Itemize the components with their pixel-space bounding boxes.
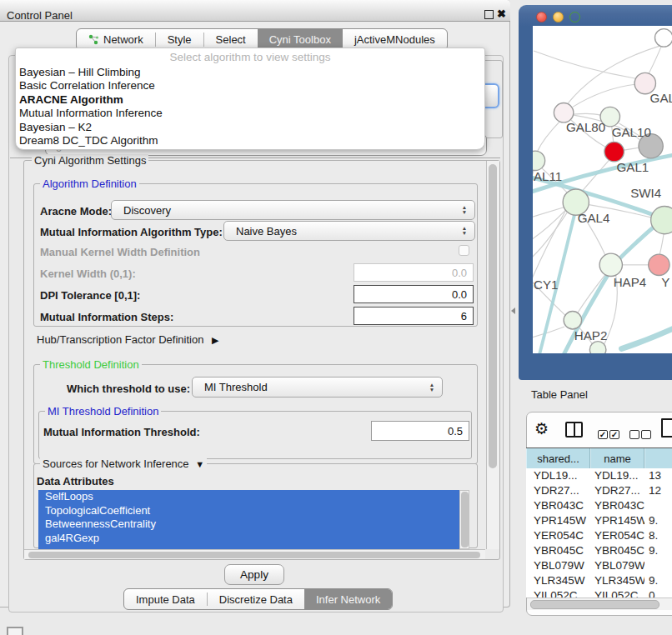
network-node-gal11[interactable]: [533, 151, 545, 170]
table-cell: YDL19...: [526, 468, 590, 483]
tab-label: Infer Network: [316, 593, 380, 606]
network-edge: [538, 122, 559, 151]
manual-kernel-width-label: Manual Kernel Width Definition: [40, 246, 200, 258]
gear-icon[interactable]: ⚙: [534, 419, 549, 438]
table-cell: YBR043C: [590, 498, 644, 513]
network-node-gal1[interactable]: [604, 142, 624, 161]
sources-title-row[interactable]: Sources for Network Inference ▼: [40, 458, 207, 470]
table-cell: 8.: [644, 528, 672, 543]
column-header-hidden[interactable]: [644, 448, 672, 469]
column-header-name[interactable]: name: [590, 448, 644, 469]
table-row[interactable]: YBR045CYBR045C9.: [526, 543, 672, 558]
network-node-hap4[interactable]: [599, 253, 622, 276]
dpi-tolerance-field[interactable]: 0.0: [354, 285, 474, 303]
table-cell: 9.: [644, 513, 672, 528]
algorithm-option[interactable]: Bayesian – Hill Climbing: [19, 66, 481, 79]
manual-kernel-width-checkbox[interactable]: [459, 245, 469, 256]
algorithm-definition-title: Algorithm Definition: [40, 178, 139, 190]
dpi-tolerance-label: DPI Tolerance [0,1]:: [40, 289, 140, 302]
mi-threshold-field[interactable]: 0.5: [371, 421, 469, 441]
select-all-checkbox-icon[interactable]: ✓: [598, 430, 608, 439]
combo-spinner-icon: ▲▼: [426, 382, 438, 392]
data-attribute-item[interactable]: SelfLoops: [38, 490, 459, 504]
mi-steps-field[interactable]: 6: [354, 307, 474, 325]
tab-label: Impute Data: [136, 593, 195, 606]
network-node[interactable]: [654, 29, 672, 47]
hub-definition-section[interactable]: Hub/Transcription Factor Definition ▶: [37, 333, 218, 346]
control-panel-titlebar[interactable]: [0, 0, 510, 22]
tab-label: Network: [103, 33, 143, 46]
mi-threshold-group-title: MI Threshold Definition: [45, 405, 161, 418]
algorithm-option[interactable]: Dream8 DC_TDC Algorithm: [19, 134, 481, 148]
hub-definition-label: Hub/Transcription Factor Definition: [37, 333, 203, 346]
float-window-icon[interactable]: [484, 10, 494, 19]
column-header-shared...[interactable]: shared...: [526, 448, 590, 469]
network-node-label: GAL80: [566, 120, 605, 134]
screen: Control Panel ✖ NetworkStyleSelectCyni T…: [0, 0, 672, 635]
deselect-all-checkbox-icon[interactable]: [641, 430, 651, 439]
data-attribute-item[interactable]: TopologicalCoefficient: [38, 504, 459, 518]
table-cell: [644, 558, 672, 573]
data-attribute-item[interactable]: BetweennessCentrality: [38, 518, 459, 532]
sources-title: Sources for Network Inference: [43, 458, 189, 470]
table-row[interactable]: YPR145WYPR145W9.: [526, 513, 672, 528]
data-attribute-item[interactable]: gal4RGexp: [38, 532, 459, 546]
table-row[interactable]: YER054CYER054C8.: [526, 528, 672, 543]
network-edge: [533, 327, 564, 341]
table-row[interactable]: YDL19...YDL19...13: [526, 468, 672, 483]
table-cell: [644, 498, 672, 513]
table-cell: YBL079W: [590, 558, 644, 573]
aracne-mode-combo[interactable]: Discovery ▲▼: [111, 200, 475, 220]
network-canvas[interactable]: GALGAL80GAL10GAL1GAL11SWI4GAL4GCY1HAP4YH…: [533, 26, 672, 353]
window-close-traffic-icon[interactable]: [536, 12, 547, 22]
document-icon[interactable]: [661, 418, 672, 438]
close-icon[interactable]: ✖: [497, 8, 506, 20]
network-node-hap2[interactable]: [564, 312, 581, 329]
which-threshold-combo[interactable]: MI Threshold ▲▼: [192, 377, 443, 398]
table-cell: YBR045C: [590, 543, 644, 558]
table-cell: YER054C: [590, 528, 644, 543]
table-horizontal-scroll-thumb[interactable]: [530, 600, 659, 609]
network-node[interactable]: [589, 342, 606, 353]
table-cell: YBL079W: [526, 558, 590, 573]
algorithm-option[interactable]: ARACNE Algorithm: [19, 93, 481, 107]
network-node-label: GAL: [650, 91, 672, 105]
network-node-swi4[interactable]: [651, 207, 672, 234]
settings-vertical-scroll-thumb[interactable]: [489, 164, 497, 468]
table-cell: YPR145W: [526, 513, 590, 528]
window-minimize-traffic-icon[interactable]: [553, 12, 564, 22]
network-node-label: SWI4: [630, 186, 661, 200]
algorithm-option[interactable]: Mutual Information Inference: [19, 107, 481, 120]
network-node-y[interactable]: [649, 254, 669, 275]
network-node-label: HAP4: [614, 275, 647, 289]
window-zoom-traffic-icon[interactable]: [569, 12, 580, 22]
tab-infer-network[interactable]: Infer Network: [304, 589, 392, 609]
settings-horizontal-scroll-thumb[interactable]: [28, 552, 480, 558]
apply-button[interactable]: Apply: [224, 564, 284, 585]
table-row[interactable]: YBR043CYBR043C: [526, 498, 672, 513]
tab-discretize-data[interactable]: Discretize Data: [208, 589, 304, 609]
network-edge: [659, 232, 664, 254]
kernel-width-field[interactable]: 0.0: [354, 263, 474, 282]
algorithm-option[interactable]: Basic Correlation Inference: [19, 79, 481, 92]
algorithm-dropdown-items: Bayesian – Hill ClimbingBasic Correlatio…: [19, 66, 481, 148]
which-threshold-value: MI Threshold: [193, 381, 426, 393]
kernel-width-label: Kernel Width (0,1):: [40, 268, 136, 280]
table-row[interactable]: YLR345WYLR345W9.: [526, 573, 672, 588]
mi-algorithm-type-combo[interactable]: Naive Bayes ▲▼: [223, 221, 475, 241]
tab-impute-data[interactable]: Impute Data: [124, 589, 207, 609]
tab-label: jActiveMNodules: [354, 33, 435, 46]
network-edge: [574, 113, 600, 115]
select-all-checkbox-icon[interactable]: ✓: [609, 430, 619, 439]
minimized-panel-icon[interactable]: [7, 627, 23, 635]
algorithm-option[interactable]: Bayesian – K2: [19, 121, 481, 134]
table-row[interactable]: YBL079WYBL079W: [526, 558, 672, 573]
table-rows: YDL19...YDL19...13YDR27...YDR27...12YBR0…: [526, 468, 672, 598]
attributes-list-scroll-thumb[interactable]: [461, 492, 469, 548]
deselect-all-checkbox-icon[interactable]: [629, 430, 639, 439]
table-row[interactable]: YDR27...YDR27...12: [526, 483, 672, 498]
data-attributes-list: SelfLoopsTopologicalCoefficientBetweenne…: [38, 490, 459, 549]
network-graph: GALGAL80GAL10GAL1GAL11SWI4GAL4GCY1HAP4YH…: [533, 26, 672, 353]
panel-resize-handle[interactable]: [511, 308, 515, 314]
table-row[interactable]: YIL052CYIL052C0: [526, 588, 672, 598]
